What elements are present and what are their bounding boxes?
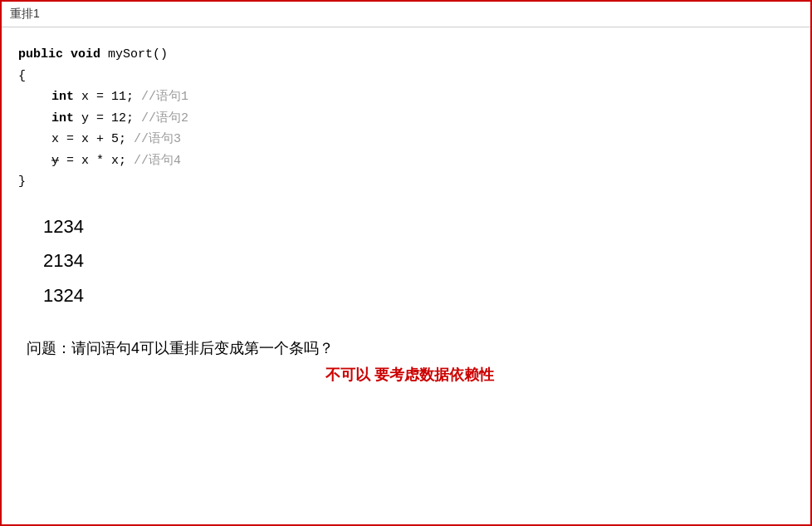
code-line-1: int x = 11; //语句1 bbox=[18, 86, 794, 108]
code-close-brace: } bbox=[18, 171, 794, 193]
code-function-signature: public void mySort() bbox=[18, 44, 794, 66]
keyword-public: public bbox=[18, 47, 63, 61]
content-area: public void mySort() { int x = 11; //语句1… bbox=[2, 27, 810, 401]
code-line-2: int y = 12; //语句2 bbox=[18, 108, 794, 130]
y-variable-struck: y bbox=[51, 150, 59, 172]
ordering-1: 1234 bbox=[43, 209, 794, 244]
ordering-2: 2134 bbox=[43, 243, 794, 278]
function-name: mySort() bbox=[108, 47, 168, 61]
answer-text: 不可以 要考虑数据依赖性 bbox=[27, 365, 794, 385]
ordering-3: 1324 bbox=[43, 278, 794, 313]
code-line-3: x = x + 5; //语句3 bbox=[18, 129, 794, 150]
code-open-brace: { bbox=[18, 66, 794, 87]
keyword-void: void bbox=[71, 47, 100, 61]
orderings-section: 1234 2134 1324 bbox=[18, 209, 794, 313]
title-text: 重排1 bbox=[10, 7, 40, 20]
question-section: 问题：请问语句4可以重排后变成第一个条吗？ 不可以 要考虑数据依赖性 bbox=[18, 330, 794, 385]
code-line-4: y = x * x; //语句4 bbox=[18, 150, 794, 172]
title-bar: 重排1 bbox=[2, 2, 810, 27]
main-container: 重排1 public void mySort() { int x = 11; /… bbox=[0, 0, 812, 526]
question-text: 问题：请问语句4可以重排后变成第一个条吗？ bbox=[27, 338, 794, 358]
code-block: public void mySort() { int x = 11; //语句1… bbox=[18, 44, 794, 193]
